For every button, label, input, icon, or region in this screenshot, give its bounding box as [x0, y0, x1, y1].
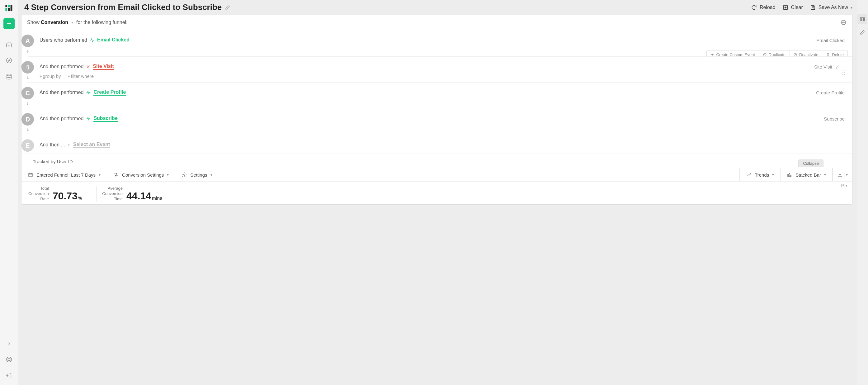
arrow-down-icon: [26, 75, 30, 81]
show-suffix: for the following funnel:: [76, 20, 128, 25]
edit-title-icon[interactable]: [225, 5, 230, 10]
svg-rect-26: [862, 18, 863, 21]
arrow-down-icon: [26, 100, 30, 107]
compass-icon[interactable]: [5, 57, 13, 64]
database-icon[interactable]: [5, 73, 13, 80]
group-by-button[interactable]: +group by: [39, 73, 61, 79]
svg-rect-4: [10, 5, 12, 11]
activity-icon: [90, 38, 95, 43]
event-selector[interactable]: Create Profile: [93, 89, 126, 96]
funnel-step-b[interactable]: And then performed Site Visit +group by …: [28, 56, 852, 83]
reload-label: Reload: [760, 5, 776, 10]
save-as-new-label: Save As New: [818, 5, 848, 10]
svg-point-8: [8, 358, 10, 360]
collapse-button[interactable]: Collapse: [798, 159, 824, 167]
arrow-down-icon: [26, 127, 30, 133]
event-selector[interactable]: Select an Event: [73, 142, 110, 148]
reload-button[interactable]: Reload: [751, 4, 776, 10]
chevron-down-icon: ▾: [99, 173, 100, 177]
step-badge: C: [22, 87, 34, 99]
svg-point-15: [844, 70, 845, 71]
step-badge: D: [22, 113, 34, 125]
controls-row: Collapse Entered Funnel: Last 7 Days ▾ C…: [22, 168, 852, 181]
page-title: 4 Step Conversion from Email Clicked to …: [24, 2, 222, 12]
logout-icon[interactable]: [5, 372, 13, 379]
step-prefix: Users who performed: [39, 37, 87, 43]
chevron-down-icon: ▾: [772, 173, 774, 177]
svg-point-7: [6, 357, 11, 362]
svg-rect-23: [789, 174, 790, 177]
avg-conversion-unit: mins: [152, 196, 162, 201]
step-right-label: Subscribe: [824, 109, 846, 121]
event-selector[interactable]: Site Visit: [93, 63, 114, 70]
event-selector[interactable]: Email Clicked: [97, 37, 129, 43]
flag-icon[interactable]: ▾: [841, 183, 847, 188]
right-rail: [857, 0, 868, 385]
svg-point-17: [844, 72, 845, 73]
svg-rect-20: [29, 174, 32, 177]
step-badge: A: [22, 35, 34, 47]
svg-point-16: [842, 72, 843, 73]
total-conversion-metric: Total Conversion Rate 70.73 %: [28, 186, 91, 202]
svg-point-18: [842, 74, 843, 75]
svg-rect-1: [8, 5, 10, 7]
home-icon[interactable]: [5, 40, 13, 48]
step-prefix: And then performed: [39, 90, 84, 95]
close-icon: [86, 64, 90, 69]
svg-rect-0: [5, 5, 7, 7]
step-right-label: Create Profile: [816, 83, 846, 95]
chevron-down-icon: ▾: [167, 173, 169, 177]
svg-point-14: [842, 70, 843, 71]
metrics-row: ▾ Total Conversion Rate 70.73 %: [22, 181, 852, 204]
svg-rect-25: [860, 18, 862, 21]
tracked-by-row[interactable]: Tracked by User ID: [22, 154, 852, 168]
funnel-step-a[interactable]: A Users who performed Email Clicked: [28, 30, 852, 56]
funnel-step-c[interactable]: C And then performed Create Profile: [28, 83, 852, 109]
chevron-down-icon: ▾: [211, 173, 212, 177]
funnel-step-d[interactable]: D And then performed Subscribe S: [28, 109, 852, 135]
help-icon[interactable]: [5, 356, 13, 363]
step-prefix: And then performed: [39, 64, 84, 69]
step-prefix: And then performed: [39, 116, 84, 121]
total-conversion-unit: %: [78, 196, 82, 201]
activity-icon: [86, 90, 91, 95]
step-prefix: And then ...: [39, 142, 65, 148]
avg-conversion-value: 44.14: [126, 190, 151, 202]
date-range-selector[interactable]: Entered Funnel: Last 7 Days ▾: [22, 168, 107, 181]
left-sidebar: [0, 0, 18, 385]
funnel-step-e[interactable]: E And then ... + Select an Event: [28, 135, 852, 154]
trends-button[interactable]: Trends ▾: [739, 168, 780, 181]
chevron-down-icon: ▾: [850, 5, 852, 10]
expand-sidebar-icon[interactable]: [6, 342, 11, 346]
svg-rect-10: [812, 7, 814, 9]
filter-where-button[interactable]: +filter where: [68, 73, 94, 79]
plus-icon: +: [67, 142, 70, 147]
svg-rect-24: [790, 175, 791, 177]
save-as-new-button[interactable]: Save As New ▾: [810, 4, 852, 10]
svg-rect-2: [5, 8, 7, 11]
edit-step-icon[interactable]: [835, 64, 840, 69]
drag-handle-icon[interactable]: [842, 69, 846, 76]
step-badge: E: [22, 139, 34, 152]
svg-point-6: [6, 74, 11, 76]
app-logo: [5, 4, 13, 12]
arrow-down-icon: [26, 48, 30, 55]
download-button[interactable]: ▾: [833, 168, 852, 181]
conversion-settings-button[interactable]: Conversion Settings ▾: [107, 168, 175, 181]
settings-button[interactable]: Settings ▾: [175, 168, 218, 181]
main-content: 4 Step Conversion from Email Clicked to …: [18, 0, 857, 385]
chevron-down-icon[interactable]: ▾: [71, 20, 73, 25]
funnel-card: Show Conversion ▾ for the following funn…: [21, 14, 852, 205]
layout-icon[interactable]: [858, 14, 867, 24]
avg-conversion-metric: Average Conversion Time 44.14 mins: [102, 186, 171, 202]
event-selector[interactable]: Subscribe: [93, 116, 117, 122]
create-button[interactable]: [3, 18, 14, 29]
globe-icon[interactable]: [840, 19, 846, 26]
step-delete-badge[interactable]: [22, 61, 34, 73]
chart-type-selector[interactable]: Stacked Bar ▾: [780, 168, 833, 181]
svg-point-19: [844, 74, 845, 75]
edit-panel-icon[interactable]: [858, 27, 867, 37]
metric-name[interactable]: Conversion: [41, 20, 68, 25]
clear-button[interactable]: Clear: [782, 4, 803, 10]
step-right-label: Site Visit: [814, 64, 832, 69]
